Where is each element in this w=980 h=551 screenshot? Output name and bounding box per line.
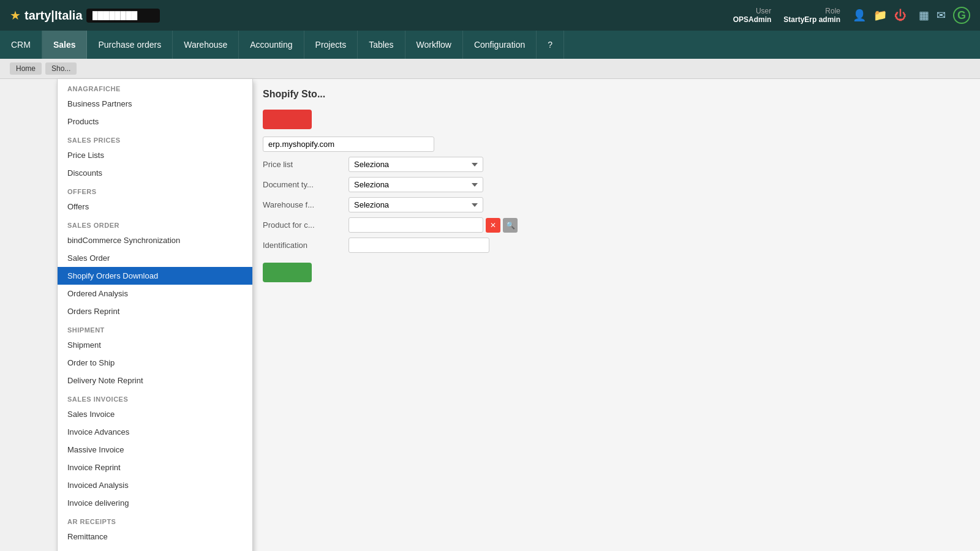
menu-invoice-reprint[interactable]: Invoice Reprint <box>58 459 252 476</box>
price-list-select[interactable]: Seleziona <box>349 157 483 172</box>
warehouse-select[interactable]: Seleziona <box>349 197 483 212</box>
product-search-input[interactable] <box>349 217 483 233</box>
role-name: StartyErp admin <box>783 15 840 24</box>
section-sales-order: SALES ORDER <box>58 216 252 231</box>
top-bar: ★ tarty|Italia User OPSAdmin Role Starty… <box>0 0 980 31</box>
document-type-label: Document ty... <box>263 180 342 189</box>
section-anagrafiche: ANAGRAFICHE <box>58 79 252 95</box>
breadcrumb-home[interactable]: Home <box>10 62 42 75</box>
red-action-button[interactable] <box>263 110 312 129</box>
menu-shopify-orders-download[interactable]: Shopify Orders Download <box>58 267 252 285</box>
power-icon[interactable]: ⏻ <box>894 9 907 23</box>
breadcrumb: Home Sho... <box>0 59 980 79</box>
section-shipment: SHIPMENT <box>58 320 252 336</box>
user-label: User <box>733 7 772 15</box>
menu-order-to-ship[interactable]: Order to Ship <box>58 354 252 372</box>
menu-discounts[interactable]: Discounts <box>58 164 252 182</box>
menu-offers[interactable]: Offers <box>58 198 252 216</box>
menu-massive-invoice[interactable]: Massive Invoice <box>58 441 252 459</box>
menu-invoice-advances[interactable]: Invoice Advances <box>58 423 252 441</box>
menu-ordered-analysis[interactable]: Ordered Analysis <box>58 285 252 302</box>
sales-dropdown-menu: ANAGRAFICHE Business Partners Products S… <box>57 79 253 551</box>
nav-projects[interactable]: Projects <box>304 31 358 59</box>
identification-row: Identification <box>263 238 970 253</box>
logo: ★ tarty|Italia <box>10 8 160 23</box>
url-input[interactable] <box>263 137 434 152</box>
section-ar-receipts: AR RECEIPTS <box>58 512 252 528</box>
price-list-row: Price list Seleziona <box>263 157 970 172</box>
menu-invoice-delivering[interactable]: Invoice delivering <box>58 494 252 512</box>
menu-price-lists[interactable]: Price Lists <box>58 146 252 164</box>
product-label: Product for c... <box>263 220 342 230</box>
nav-warehouse[interactable]: Warehouse <box>173 31 239 59</box>
menu-products[interactable]: Products <box>58 113 252 130</box>
warehouse-row: Warehouse f... Seleziona <box>263 197 970 212</box>
document-type-row: Document ty... Seleziona <box>263 177 970 192</box>
email-icon[interactable]: ✉ <box>937 9 946 22</box>
right-icons: ▦ ✉ G <box>919 7 970 24</box>
top-icons: 👤 📁 ⏻ <box>853 9 907 23</box>
green-action-button[interactable] <box>263 263 312 282</box>
nav-accounting[interactable]: Accounting <box>239 31 304 59</box>
url-row <box>263 137 970 152</box>
top-search-input[interactable] <box>86 9 160 23</box>
menu-bindcommerce-sync[interactable]: bindCommerce Synchronization <box>58 231 252 249</box>
menu-remittance[interactable]: Remittance <box>58 528 252 545</box>
logo-text: tarty|Italia <box>24 9 83 23</box>
user-name: OPSAdmin <box>733 15 772 24</box>
content-area: Shopify Sto... Price list Seleziona Docu… <box>253 79 980 551</box>
identification-label: Identification <box>263 241 342 250</box>
document-type-select[interactable]: Seleziona <box>349 177 483 192</box>
product-search-row: ✕ 🔍 <box>349 217 518 233</box>
nav-workflow[interactable]: Workflow <box>405 31 463 59</box>
page-title: Shopify Sto... <box>263 89 970 100</box>
nav-bar: CRM Sales Purchase orders Warehouse Acco… <box>0 31 980 59</box>
user-info: User OPSAdmin <box>733 7 772 24</box>
product-row: Product for c... ✕ 🔍 <box>263 217 970 233</box>
menu-orders-reprint[interactable]: Orders Reprint <box>58 302 252 320</box>
section-offers: OFFERS <box>58 182 252 198</box>
section-sales-invoices: SALES INVOICES <box>58 389 252 405</box>
menu-invoiced-analysis[interactable]: Invoiced Analysis <box>58 476 252 494</box>
menu-shipment[interactable]: Shipment <box>58 336 252 354</box>
product-clear-button[interactable]: ✕ <box>486 218 500 233</box>
calendar-icon[interactable]: ▦ <box>919 9 929 22</box>
menu-aging[interactable]: Aging <box>58 545 252 551</box>
nav-help[interactable]: ? <box>537 31 564 59</box>
menu-sales-invoice[interactable]: Sales Invoice <box>58 405 252 423</box>
warehouse-label: Warehouse f... <box>263 200 342 209</box>
identification-input[interactable] <box>349 238 489 253</box>
price-list-label: Price list <box>263 160 342 169</box>
menu-sales-order[interactable]: Sales Order <box>58 249 252 267</box>
nav-purchase-orders[interactable]: Purchase orders <box>87 31 173 59</box>
role-info: Role StartyErp admin <box>783 7 840 24</box>
section-sales-prices: SALES PRICES <box>58 130 252 146</box>
nav-crm[interactable]: CRM <box>0 31 42 59</box>
folder-icon[interactable]: 📁 <box>873 9 887 22</box>
nav-sales[interactable]: Sales <box>42 31 88 59</box>
user-icon[interactable]: 👤 <box>853 9 866 22</box>
breadcrumb-sho[interactable]: Sho... <box>45 62 77 75</box>
logo-star: ★ <box>10 8 21 23</box>
nav-tables[interactable]: Tables <box>358 31 405 59</box>
main-content: ANAGRAFICHE Business Partners Products S… <box>0 79 980 551</box>
menu-business-partners[interactable]: Business Partners <box>58 95 252 113</box>
product-search-button[interactable]: 🔍 <box>503 218 518 233</box>
role-label: Role <box>783 7 840 15</box>
top-right: User OPSAdmin Role StartyErp admin 👤 📁 ⏻… <box>733 7 970 24</box>
nav-configuration[interactable]: Configuration <box>463 31 537 59</box>
menu-delivery-note-reprint[interactable]: Delivery Note Reprint <box>58 372 252 389</box>
google-icon[interactable]: G <box>953 7 970 24</box>
